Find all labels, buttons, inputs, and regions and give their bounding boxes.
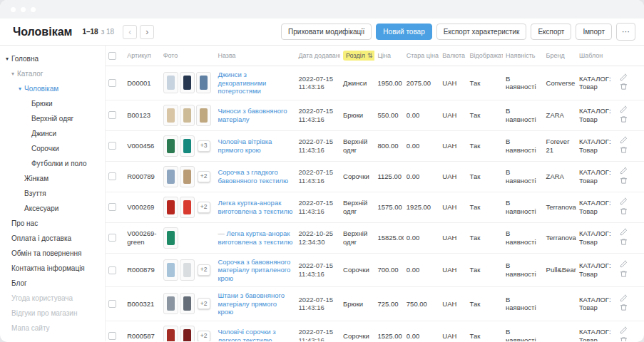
column-header-section[interactable]: Розділ ⇅	[340, 46, 374, 66]
product-photo-thumbnail[interactable]	[163, 72, 178, 93]
row-checkbox[interactable]	[108, 300, 116, 308]
product-photo-thumbnail[interactable]	[163, 197, 178, 218]
sidebar-item[interactable]: ▾ Каталог	[0, 66, 105, 81]
edit-icon[interactable]	[620, 228, 628, 236]
sidebar-item[interactable]: ▾ Головна	[0, 51, 105, 66]
product-photo-thumbnail[interactable]	[180, 72, 195, 93]
hide-modifications-button[interactable]: Приховати модифікації	[281, 24, 372, 40]
more-photos-badge[interactable]: +2	[198, 171, 210, 182]
sidebar-item[interactable]: Блог	[0, 276, 105, 291]
row-checkbox[interactable]	[108, 172, 116, 180]
product-photo-thumbnail[interactable]	[163, 326, 178, 342]
edit-icon[interactable]	[620, 167, 628, 175]
product-photo-thumbnail[interactable]	[180, 293, 195, 314]
edit-icon[interactable]	[620, 105, 628, 113]
more-actions-button[interactable]: ⋯	[616, 23, 635, 40]
delete-icon[interactable]	[620, 146, 628, 154]
column-header-price[interactable]: Ціна	[374, 46, 403, 66]
import-button[interactable]: Імпорт	[576, 24, 612, 40]
select-all-checkbox[interactable]	[108, 52, 116, 60]
sidebar-item[interactable]: Джинси	[0, 126, 105, 141]
window-close-button[interactable]	[11, 7, 16, 12]
edit-icon[interactable]	[620, 197, 628, 205]
product-photo-thumbnail[interactable]	[196, 72, 211, 93]
edit-icon[interactable]	[620, 294, 628, 302]
row-checkbox[interactable]	[108, 332, 116, 340]
sidebar-item[interactable]: Про нас	[0, 216, 105, 231]
sidebar-item[interactable]: Футболки и поло	[0, 156, 105, 171]
column-header-display[interactable]: Відображати	[467, 46, 503, 66]
sidebar-item[interactable]: Мапа сайту	[0, 321, 105, 336]
sidebar-item[interactable]: Контактна інформація	[0, 261, 105, 276]
column-header-brand[interactable]: Бренд	[543, 46, 576, 66]
more-photos-badge[interactable]: +2	[198, 202, 210, 213]
new-product-button[interactable]: Новий товар	[376, 24, 431, 40]
column-header-name[interactable]: Назва	[215, 46, 295, 66]
sidebar-item[interactable]: Брюки	[0, 96, 105, 111]
more-photos-badge[interactable]: +3	[198, 140, 210, 152]
sidebar-item[interactable]: Сорочки	[0, 141, 105, 156]
window-minimize-button[interactable]	[21, 7, 26, 12]
product-photo-thumbnail[interactable]	[163, 293, 178, 314]
product-photo-thumbnail[interactable]	[163, 166, 178, 187]
export-characteristics-button[interactable]: Експорт характеристик	[436, 24, 527, 40]
column-header-template[interactable]: Шаблон	[576, 46, 617, 66]
export-button[interactable]: Експорт	[531, 24, 571, 40]
next-page-button[interactable]: ›	[140, 25, 154, 39]
column-header-date[interactable]: Дата додавання	[295, 46, 340, 66]
row-checkbox[interactable]	[108, 266, 116, 274]
sort-icon[interactable]: ⇅	[367, 52, 373, 59]
sidebar-item[interactable]: Верхній одяг	[0, 111, 105, 126]
product-link[interactable]: — Легка куртка-анорак виготовлена з текс…	[218, 229, 292, 246]
sidebar-item[interactable]: Угода користувача	[0, 291, 105, 306]
sidebar-item[interactable]: Оплата і доставка	[0, 231, 105, 246]
product-link[interactable]: Чиноси з бавовняного матеріалу	[218, 107, 292, 123]
product-photo-thumbnail[interactable]	[180, 166, 195, 187]
delete-icon[interactable]	[620, 238, 628, 246]
edit-icon[interactable]	[620, 326, 628, 334]
product-link[interactable]: Чоловіча вітрівка прямого крою	[218, 138, 292, 154]
more-photos-badge[interactable]: +2	[198, 264, 210, 276]
product-photo-thumbnail[interactable]	[180, 197, 195, 218]
product-link[interactable]: Штани з бавовняного матеріалу прямого кр…	[218, 291, 292, 316]
product-link[interactable]: Джинси з декоративними потертостями	[218, 71, 292, 95]
row-checkbox[interactable]	[108, 79, 116, 87]
sidebar-item[interactable]: Жінкам	[0, 171, 105, 186]
delete-icon[interactable]	[620, 270, 628, 278]
product-photo-thumbnail[interactable]	[180, 135, 195, 157]
delete-icon[interactable]	[620, 177, 628, 185]
product-photo-thumbnail[interactable]	[163, 227, 178, 249]
column-header-availability[interactable]: Наявність	[503, 46, 543, 66]
sidebar-item[interactable]: Відгуки про магазин	[0, 306, 105, 321]
edit-icon[interactable]	[620, 136, 628, 144]
product-photo-thumbnail[interactable]	[163, 259, 178, 281]
column-header-old-price[interactable]: Стара ціна	[404, 46, 439, 66]
sidebar-item[interactable]: Взуття	[0, 186, 105, 201]
product-photo-thumbnail[interactable]	[163, 135, 178, 157]
product-photo-thumbnail[interactable]	[163, 105, 178, 126]
more-photos-badge[interactable]: +2	[198, 331, 210, 342]
column-header-sku[interactable]: Артикул	[124, 46, 160, 66]
delete-icon[interactable]	[620, 304, 628, 311]
product-photo-thumbnail[interactable]	[196, 105, 211, 126]
product-link[interactable]: Легка куртка-анорак виготовлена з тексти…	[218, 199, 292, 215]
delete-icon[interactable]	[620, 336, 628, 342]
sidebar-item[interactable]: Аксесуари	[0, 201, 105, 216]
sidebar-item[interactable]: ▾ Чоловікам	[0, 81, 105, 96]
row-checkbox[interactable]	[108, 111, 116, 119]
column-header-currency[interactable]: Валюта	[439, 46, 466, 66]
delete-icon[interactable]	[620, 115, 628, 123]
product-photo-thumbnail[interactable]	[180, 259, 195, 281]
row-checkbox[interactable]	[108, 234, 116, 242]
sidebar-item[interactable]: Обмін та повернення	[0, 246, 105, 261]
window-maximize-button[interactable]	[31, 7, 36, 12]
product-photo-thumbnail[interactable]	[180, 326, 195, 342]
product-photo-thumbnail[interactable]	[180, 105, 195, 126]
product-link[interactable]: Сорочка з бавовняного матеріалу притален…	[218, 258, 292, 283]
edit-icon[interactable]	[620, 73, 628, 81]
row-checkbox[interactable]	[108, 142, 116, 150]
delete-icon[interactable]	[620, 207, 628, 215]
product-link[interactable]: Сорочка з гладкого бавовняного текстилю	[218, 168, 292, 185]
more-photos-badge[interactable]: +2	[198, 298, 210, 309]
edit-icon[interactable]	[620, 260, 628, 268]
